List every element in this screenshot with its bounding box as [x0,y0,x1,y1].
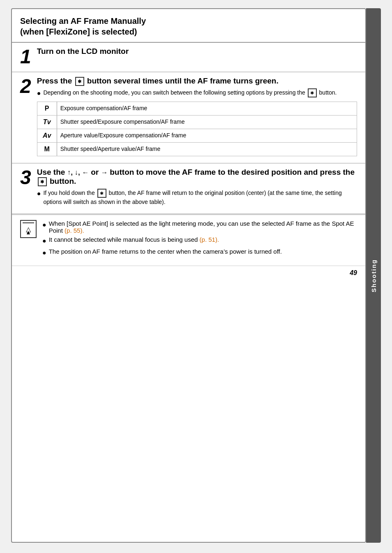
notes-content: ● When [Spot AE Point] is selected as th… [42,220,357,260]
note-link-1: (p. 55). [65,227,84,234]
func-button-icon-body [308,88,317,97]
step-2-title: Press the button several times until the… [37,76,357,86]
table-row: P Exposure compensation/AF frame [37,102,357,115]
mode-m: M [37,142,57,156]
step-1-section: 1 Turn on the LCD monitor [12,43,365,72]
desc-av: Aperture value/Exposure compensation/AF … [57,129,357,142]
note-bullet-2: ● It cannot be selected while manual foc… [42,236,357,246]
mode-p: P [37,102,57,115]
func-button-icon-title [75,77,84,86]
bullet-symbol: ● [37,88,41,98]
step-3-number: 3 [20,168,31,187]
step-2-bullet-1: ● Depending on the shooting mode, you ca… [37,88,357,98]
notes-section: ▲ ● When [Spot AE Point] is selected as … [12,214,365,266]
desc-tv: Shutter speed/Exposure compensation/AF f… [57,115,357,129]
table-row: Av Aperture value/Exposure compensation/… [37,129,357,142]
table-row: Tv Shutter speed/Exposure compensation/A… [37,115,357,129]
table-row: M Shutter speed/Aperture value/AF frame [37,142,357,156]
step-1-title: Turn on the LCD monitor [37,47,357,56]
page-title: Selecting an AF Frame Manually (when [Fl… [20,16,357,37]
mode-tv: Tv [37,115,57,129]
func-button-icon-step3 [38,177,47,186]
step-1-number: 1 [20,47,31,67]
note-bullet-symbol-2: ● [42,236,46,246]
page-wrapper: Selecting an AF Frame Manually (when [Fl… [11,8,381,543]
step-2-content: Press the button several times until the… [37,76,357,158]
step-3-section: 3 Use the ↑, ↓, ← or → button to move th… [12,164,365,214]
func-button-icon-hold [97,189,106,198]
step-3-title: Use the ↑, ↓, ← or → button to move the … [37,168,357,186]
main-content: Selecting an AF Frame Manually (when [Fl… [11,8,366,543]
note-bullet-symbol-3: ● [42,248,46,258]
side-tab: Shooting [366,8,381,543]
mode-av: Av [37,129,57,142]
note-bullet-symbol-1: ● [42,220,46,230]
step-3-body: ● If you hold down the button, the AF fr… [37,189,357,206]
arrow-symbols: ↑, ↓, ← [67,169,91,176]
note-icon: ▲ [20,220,37,238]
bullet-symbol-2: ● [37,189,41,199]
desc-m: Shutter speed/Aperture value/AF frame [57,142,357,156]
arrow-right: → [101,169,110,176]
step-2-number: 2 [20,76,31,96]
side-tab-label: Shooting [370,259,377,292]
note-bullet-3: ● The position on AF frame returns to th… [42,248,357,258]
step-3-bullet-1: ● If you hold down the button, the AF fr… [37,189,357,206]
note-bullet-1: ● When [Spot AE Point] is selected as th… [42,220,357,234]
page-number: 49 [12,266,365,280]
note-link-2: (p. 51). [200,236,219,243]
step-1-content: Turn on the LCD monitor [37,47,357,58]
settings-table: P Exposure compensation/AF frame Tv Shut… [37,102,357,156]
step-2-body: ● Depending on the shooting mode, you ca… [37,88,357,156]
step-3-content: Use the ↑, ↓, ← or → button to move the … [37,168,357,208]
step-2-section: 2 Press the button several times until t… [12,72,365,164]
note-icon-inner: ▲ [23,224,34,236]
desc-p: Exposure compensation/AF frame [57,102,357,115]
title-section: Selecting an AF Frame Manually (when [Fl… [12,9,365,43]
